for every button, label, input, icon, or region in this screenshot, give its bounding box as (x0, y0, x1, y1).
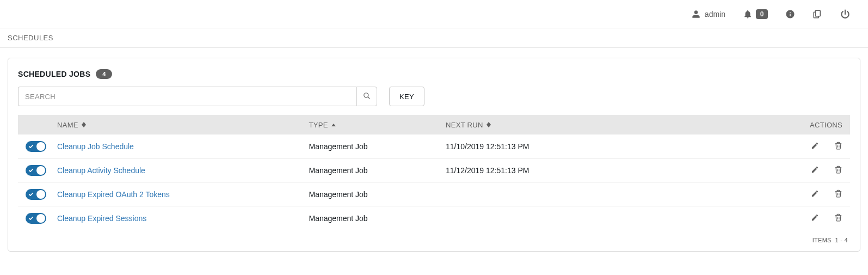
schedules-panel: SCHEDULED JOBS 4 KEY NAME (8, 58, 860, 252)
table-row: Cleanup Expired OAuth 2 Tokens Managemen… (18, 182, 850, 206)
list-toolbar: KEY (18, 87, 850, 106)
enable-toggle[interactable] (26, 189, 46, 200)
schedule-name-link[interactable]: Cleanup Expired OAuth 2 Tokens (57, 190, 170, 199)
trash-icon (834, 213, 842, 223)
panel-title: SCHEDULED JOBS (18, 70, 90, 78)
edit-button[interactable] (811, 166, 819, 175)
svg-line-1 (368, 96, 370, 99)
docs-icon[interactable] (812, 9, 822, 19)
col-actions-header: ACTIONS (788, 121, 842, 129)
toggle-knob (36, 166, 45, 175)
schedule-next-run: 11/10/2019 12:51:13 PM (446, 142, 788, 151)
check-icon (28, 166, 34, 175)
topbar: admin 0 (0, 0, 868, 28)
breadcrumb: SCHEDULES (0, 28, 868, 48)
enable-toggle[interactable] (26, 213, 46, 224)
col-name-header[interactable]: NAME (57, 121, 309, 129)
key-button[interactable]: KEY (389, 87, 424, 106)
pagination-info: ITEMS 1 - 4 (18, 237, 850, 243)
search-icon (363, 92, 371, 101)
schedule-type: Management Job (309, 214, 446, 223)
about-icon[interactable] (785, 9, 795, 19)
delete-button[interactable] (834, 142, 842, 151)
schedule-next-run: 11/12/2019 12:51:13 PM (446, 166, 788, 175)
toggle-knob (36, 142, 45, 151)
delete-button[interactable] (834, 190, 842, 199)
user-menu[interactable]: admin (692, 10, 725, 19)
svg-marker-6 (487, 125, 491, 127)
sort-icon (487, 122, 491, 127)
toggle-knob (36, 190, 45, 199)
breadcrumb-text: SCHEDULES (8, 34, 53, 42)
user-icon (692, 10, 700, 19)
pencil-icon (811, 142, 819, 151)
enable-toggle[interactable] (26, 141, 46, 152)
edit-button[interactable] (811, 190, 819, 199)
search-group (18, 87, 377, 106)
schedule-type: Management Job (309, 190, 446, 199)
table-row: Cleanup Expired Sessions Management Job (18, 206, 850, 230)
check-icon (28, 190, 34, 199)
trash-icon (834, 142, 842, 151)
trash-icon (834, 190, 842, 199)
pencil-icon (811, 190, 819, 199)
table-header: NAME TYPE NEXT RUN ACTION (18, 115, 850, 135)
pencil-icon (811, 166, 819, 175)
delete-button[interactable] (834, 166, 842, 175)
svg-marker-3 (82, 125, 86, 127)
delete-button[interactable] (834, 213, 842, 223)
bell-icon (743, 9, 753, 19)
job-count-badge: 4 (96, 69, 112, 79)
col-type-header[interactable]: TYPE (309, 121, 446, 129)
table-row: Cleanup Activity Schedule Management Job… (18, 158, 850, 182)
check-icon (28, 142, 34, 151)
search-button[interactable] (356, 87, 377, 106)
username: admin (705, 10, 725, 19)
sort-icon (82, 122, 86, 127)
panel-header: SCHEDULED JOBS 4 (18, 69, 850, 79)
search-input[interactable] (18, 87, 356, 106)
schedule-name-link[interactable]: Cleanup Activity Schedule (57, 166, 145, 175)
notification-count: 0 (756, 9, 768, 19)
schedules-table: NAME TYPE NEXT RUN ACTION (18, 115, 850, 230)
schedule-name-link[interactable]: Cleanup Expired Sessions (57, 214, 146, 223)
trash-icon (834, 166, 842, 175)
schedule-type: Management Job (309, 166, 446, 175)
schedule-type: Management Job (309, 142, 446, 151)
power-icon[interactable] (840, 9, 851, 20)
svg-marker-4 (331, 124, 336, 126)
table-row: Cleanup Job Schedule Management Job 11/1… (18, 135, 850, 158)
schedule-name-link[interactable]: Cleanup Job Schedule (57, 142, 134, 151)
sort-asc-icon (331, 124, 336, 126)
edit-button[interactable] (811, 213, 819, 223)
enable-toggle[interactable] (26, 165, 46, 176)
pencil-icon (811, 213, 819, 223)
edit-button[interactable] (811, 142, 819, 151)
notifications[interactable]: 0 (743, 9, 768, 19)
check-icon (28, 214, 34, 223)
svg-point-0 (364, 93, 368, 97)
toggle-knob (36, 214, 45, 223)
col-nextrun-header[interactable]: NEXT RUN (446, 121, 788, 129)
